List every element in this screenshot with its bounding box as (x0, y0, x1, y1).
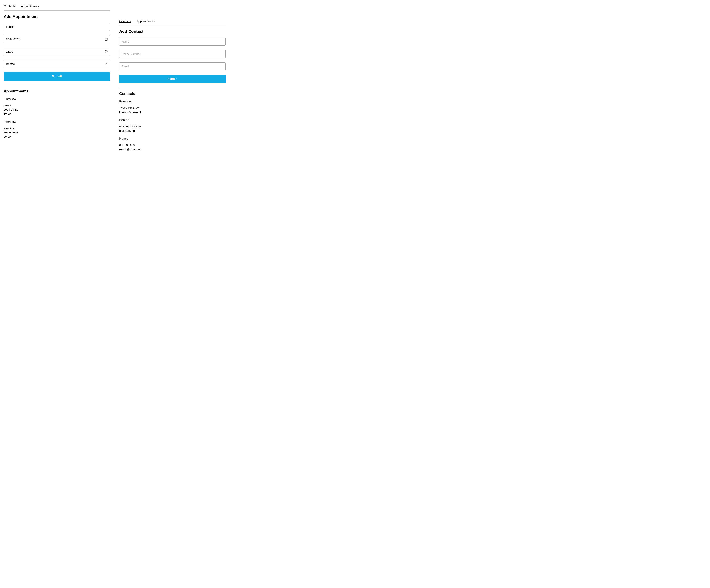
divider (119, 88, 226, 88)
add-appointment-title: Add Appointment (4, 14, 110, 19)
contact-phone-input[interactable] (119, 50, 226, 58)
appointments-list: InterviewNancy2023-08-3110:00InterviewKa… (4, 97, 110, 139)
contact-item-name: Beatric (119, 118, 226, 122)
appointment-item-time: 09:00 (4, 135, 110, 139)
contact-item-phone: 062 999 75 66 25 (119, 124, 226, 129)
add-contact-title: Add Contact (119, 29, 226, 34)
tab-appointments[interactable]: Appointments (21, 5, 39, 8)
appointment-item-time: 10:00 (4, 112, 110, 116)
contact-item-email: nancy@gmail.com (119, 147, 226, 152)
appointment-contact-select[interactable]: Beatric (4, 60, 110, 68)
contact-email-input[interactable] (119, 62, 226, 70)
appointment-item-contact: Karolina (4, 126, 110, 131)
appointment-item-date: 2023-08-31 (4, 108, 110, 112)
contact-item-phone: 065 888 8888 (119, 143, 226, 147)
appointments-list-title: Appointments (4, 89, 110, 93)
appointment-item-contact: Nancy (4, 103, 110, 108)
tab-contacts[interactable]: Contacts (119, 20, 131, 23)
contacts-list-title: Contacts (119, 92, 226, 96)
appointment-title-input[interactable] (4, 23, 110, 31)
nav-tabs-right: Contacts Appointments (119, 19, 226, 25)
divider (119, 25, 226, 25)
tab-appointments[interactable]: Appointments (137, 20, 155, 23)
nav-tabs-left: Contacts Appointments (4, 4, 110, 10)
divider (4, 85, 110, 86)
contact-item: Karolina+4950 6665 226karolina@nova.pl (119, 99, 226, 114)
appointment-item-title: Interview (4, 120, 110, 124)
contact-item-name: Karolina (119, 99, 226, 103)
tab-contacts[interactable]: Contacts (4, 5, 15, 8)
submit-contact-button[interactable]: Submit (119, 75, 226, 83)
appointment-time-input[interactable] (4, 48, 110, 55)
contact-item-email: karolina@nova.pl (119, 110, 226, 114)
appointment-item-title: Interview (4, 97, 110, 101)
contact-item-phone: +4950 6665 226 (119, 106, 226, 110)
submit-appointment-button[interactable]: Submit (4, 72, 110, 81)
appointment-date-input[interactable] (4, 35, 110, 43)
contacts-list: Karolina+4950 6665 226karolina@nova.plBe… (119, 99, 226, 151)
contact-item: Beatric062 999 75 66 25bea@abv.bg (119, 118, 226, 133)
contact-item-email: bea@abv.bg (119, 129, 226, 133)
contacts-panel: Contacts Appointments Add Contact Submit… (119, 4, 226, 156)
contact-name-input[interactable] (119, 38, 226, 46)
appointment-item: InterviewNancy2023-08-3110:00 (4, 97, 110, 116)
appointment-item: InterviewKarolina2023-08-2409:00 (4, 120, 110, 139)
contact-item-name: Nancy (119, 137, 226, 141)
appointment-item-date: 2023-08-24 (4, 131, 110, 135)
contact-item: Nancy065 888 8888nancy@gmail.com (119, 137, 226, 151)
appointments-panel: Contacts Appointments Add Appointment (4, 4, 110, 156)
